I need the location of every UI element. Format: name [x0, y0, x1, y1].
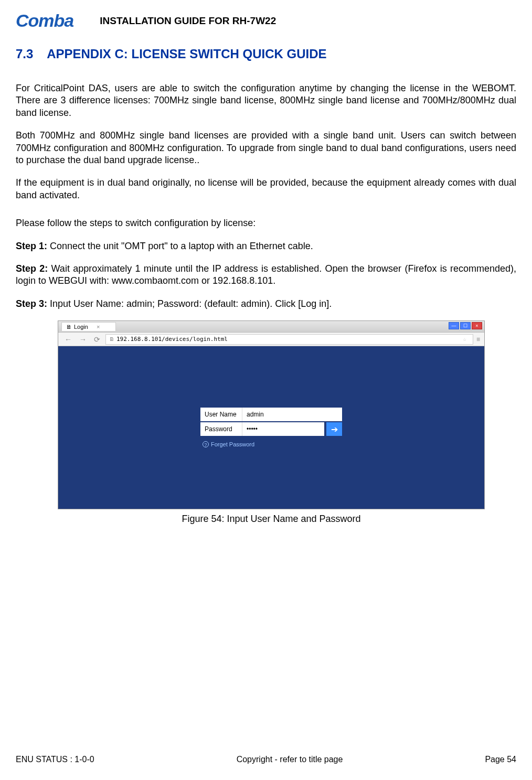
footer-status: ENU STATUS : 1-0-0	[16, 755, 94, 764]
paragraph-1: For CriticalPoint DAS, users are able to…	[16, 82, 516, 119]
browser-window: 🗎 Login × — ☐ × ← → ⟳ 🗎 192.168.8.101/de…	[58, 320, 485, 509]
page-icon: 🗎	[66, 324, 72, 330]
step-1: Step 1: Connect the unit "OMT port" to a…	[16, 240, 516, 252]
site-icon: 🗎	[109, 336, 114, 342]
step-1-label: Step 1:	[16, 241, 47, 251]
minimize-button[interactable]: —	[449, 322, 459, 329]
step-3: Step 3: Input User Name: admin; Password…	[16, 298, 516, 310]
login-button[interactable]: ➔	[326, 422, 342, 436]
step-3-text: Input User Name: admin; Password: (defau…	[47, 298, 332, 309]
url-input[interactable]: 🗎 192.168.8.101/devices/login.html ☆	[105, 334, 473, 345]
footer-copyright: Copyright - refer to title page	[237, 755, 343, 764]
section-number: 7.3	[16, 47, 33, 61]
close-button[interactable]: ×	[472, 322, 482, 329]
tab-title: Login	[74, 324, 88, 330]
maximize-button[interactable]: ☐	[460, 322, 471, 329]
forward-icon[interactable]: →	[77, 335, 89, 344]
browser-address-bar: ← → ⟳ 🗎 192.168.8.101/devices/login.html…	[58, 333, 484, 346]
username-row: User Name admin	[200, 408, 342, 421]
step-2-text: Wait approximately 1 minute until the IP…	[16, 263, 516, 286]
username-input[interactable]: admin	[242, 411, 342, 418]
password-row: Password •••••	[200, 422, 324, 436]
paragraph-2: Both 700MHz and 800MHz single band licen…	[16, 130, 516, 166]
figure-54: 🗎 Login × — ☐ × ← → ⟳ 🗎 192.168.8.101/de…	[58, 320, 485, 525]
forget-password-link[interactable]: ? Forget Password	[200, 441, 342, 447]
forget-password-text: Forget Password	[211, 441, 254, 447]
window-controls: — ☐ ×	[449, 322, 482, 329]
bookmark-icon[interactable]: ☆	[463, 336, 466, 343]
arrow-right-icon: ➔	[331, 424, 338, 434]
paragraph-4: Please follow the steps to switch config…	[16, 217, 516, 229]
browser-tab[interactable]: 🗎 Login ×	[61, 322, 116, 331]
login-page-content: User Name admin Password ••••• ➔ ?	[58, 346, 484, 509]
section-title: APPENDIX C: LICENSE SWITCH QUICK GUIDE	[47, 47, 326, 61]
login-form: User Name admin Password ••••• ➔ ?	[200, 408, 342, 447]
menu-icon[interactable]: ≡	[476, 336, 480, 343]
section-heading: 7.3 APPENDIX C: LICENSE SWITCH QUICK GUI…	[16, 47, 516, 61]
password-label: Password	[200, 422, 242, 436]
step-2: Step 2: Wait approximately 1 minute unti…	[16, 263, 516, 287]
page-header: Comba INSTALLATION GUIDE FOR RH-7W22	[16, 10, 516, 31]
url-text: 192.168.8.101/devices/login.html	[116, 336, 228, 343]
document-title: INSTALLATION GUIDE FOR RH-7W22	[100, 15, 276, 27]
paragraph-3: If the equipment is in dual band origina…	[16, 177, 516, 201]
page-footer: ENU STATUS : 1-0-0 Copyright - refer to …	[16, 755, 516, 764]
comba-logo: Comba	[16, 10, 73, 31]
username-label: User Name	[200, 408, 242, 421]
step-3-label: Step 3:	[16, 298, 47, 309]
step-1-text: Connect the unit "OMT port" to a laptop …	[47, 241, 313, 251]
help-icon: ?	[203, 441, 209, 447]
password-input[interactable]: •••••	[242, 425, 324, 433]
step-2-label: Step 2:	[16, 263, 48, 274]
figure-caption: Figure 54: Input User Name and Password	[58, 514, 485, 525]
tab-close-icon[interactable]: ×	[97, 324, 100, 330]
footer-page: Page 54	[485, 755, 516, 764]
reload-icon[interactable]: ⟳	[92, 335, 102, 344]
back-icon[interactable]: ←	[62, 335, 74, 344]
browser-titlebar: 🗎 Login × — ☐ ×	[58, 321, 484, 333]
